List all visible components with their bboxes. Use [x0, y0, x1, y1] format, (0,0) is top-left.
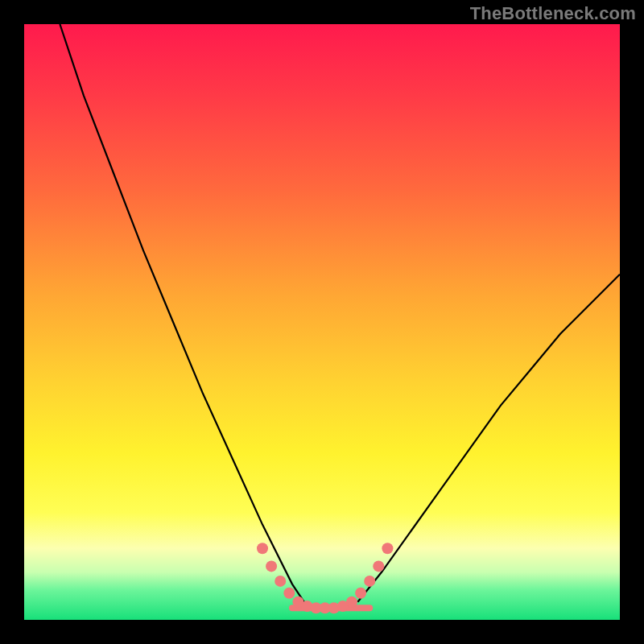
watermark-text: TheBottleneck.com: [470, 3, 636, 24]
chart-svg: [24, 24, 620, 620]
plot-area: [24, 24, 620, 620]
highlight-dot: [382, 543, 393, 554]
series-right-curve: [357, 275, 620, 602]
highlight-dot: [355, 588, 366, 599]
highlight-dot: [283, 588, 295, 599]
series-group: [60, 24, 620, 608]
highlight-dot: [266, 560, 277, 572]
highlight-dot: [373, 560, 384, 572]
highlight-dot: [275, 576, 286, 587]
highlight-dot: [346, 597, 357, 608]
chart-frame: TheBottleneck.com: [0, 0, 644, 644]
highlight-dot: [257, 543, 268, 554]
highlight-dot: [364, 576, 375, 587]
series-left-curve: [60, 24, 303, 602]
